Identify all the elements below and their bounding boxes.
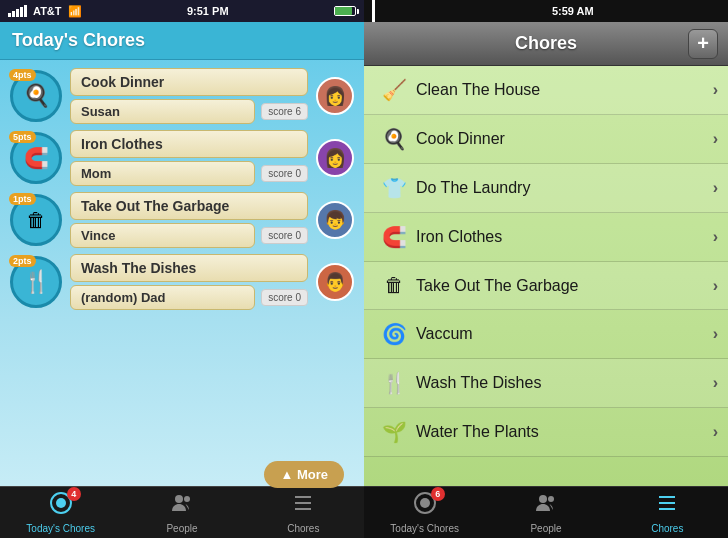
chore-item-iron[interactable]: 5pts 🧲 Iron Clothes Mom score 0 👩	[10, 130, 354, 186]
chore-details-dishes: Wash The Dishes (random) Dad score 0	[70, 254, 308, 310]
right-today-badge: 6	[431, 487, 445, 501]
chevron-iron-clothes: ›	[713, 228, 718, 246]
right-chores-label: Chores	[651, 523, 683, 534]
chore-row-water-plants[interactable]: 🌱 Water The Plants ›	[364, 408, 728, 457]
chore-row-cook-dinner[interactable]: 🍳 Cook Dinner ›	[364, 115, 728, 164]
more-button[interactable]: ▲ More	[264, 461, 344, 488]
left-tab-chores[interactable]: Chores	[243, 487, 364, 538]
battery-icon	[334, 6, 356, 16]
chore-name-iron: Iron Clothes	[70, 130, 308, 158]
vaccum-icon: 🌀	[378, 322, 410, 346]
chore-row-wash-dishes[interactable]: 🍴 Wash The Dishes ›	[364, 359, 728, 408]
avatar-iron: 👩	[316, 139, 354, 177]
left-tab-bar: 4 Today's Chores People Chores	[0, 486, 364, 538]
chevron-do-laundry: ›	[713, 179, 718, 197]
avatar-cook: 👩	[316, 77, 354, 115]
score-iron: score 0	[261, 165, 308, 182]
right-header-title: Chores	[515, 33, 577, 54]
take-garbage-icon: 🗑	[378, 274, 410, 297]
left-header-title: Today's Chores	[12, 30, 145, 50]
chore-person-row-garbage: Vince score 0	[70, 223, 308, 248]
svg-point-3	[184, 496, 190, 502]
left-tab-people[interactable]: People	[121, 487, 242, 538]
fork-icon: 🍴	[23, 269, 50, 295]
cook-icon: 🍳	[23, 83, 50, 109]
right-header: Chores +	[364, 22, 728, 66]
chore-person-garbage: Vince	[70, 223, 255, 248]
right-chores-list: 🧹 Clean The House › 🍳 Cook Dinner › 👕 Do…	[364, 66, 728, 486]
chevron-wash-dishes: ›	[713, 374, 718, 392]
chore-row-iron-clothes[interactable]: 🧲 Iron Clothes ›	[364, 213, 728, 262]
svg-point-1	[56, 498, 66, 508]
pts-badge-iron: 5pts	[9, 131, 36, 143]
pts-badge-dishes: 2pts	[9, 255, 36, 267]
chore-item-garbage[interactable]: 1pts 🗑 Take Out The Garbage Vince score …	[10, 192, 354, 248]
chore-person-row-iron: Mom score 0	[70, 161, 308, 186]
chore-row-clean-house[interactable]: 🧹 Clean The House ›	[364, 66, 728, 115]
chore-row-do-laundry[interactable]: 👕 Do The Laundry ›	[364, 164, 728, 213]
right-today-icon: 6	[413, 491, 437, 521]
left-people-label: People	[166, 523, 197, 534]
chore-row-label-vaccum: Vaccum	[410, 325, 713, 343]
chore-item-cook-dinner[interactable]: 4pts 🍳 Cook Dinner Susan score 6 👩	[10, 68, 354, 124]
right-people-icon	[534, 491, 558, 521]
chevron-clean-house: ›	[713, 81, 718, 99]
chore-person-iron: Mom	[70, 161, 255, 186]
chore-person-row-cook: Susan score 6	[70, 99, 308, 124]
chore-row-vaccum[interactable]: 🌀 Vaccum ›	[364, 310, 728, 359]
left-signal: AT&T 📶	[8, 5, 82, 18]
right-people-label: People	[530, 523, 561, 534]
right-today-label: Today's Chores	[390, 523, 459, 534]
right-time: 5:59 AM	[552, 5, 594, 17]
chore-row-label-do-laundry: Do The Laundry	[410, 179, 713, 197]
left-today-label: Today's Chores	[26, 523, 95, 534]
chore-person-cook: Susan	[70, 99, 255, 124]
chore-item-dishes[interactable]: 2pts 🍴 Wash The Dishes (random) Dad scor…	[10, 254, 354, 310]
pts-badge-garbage: 1pts	[9, 193, 36, 205]
left-panel: AT&T 📶 9:51 PM Today's Chores 4pts 🍳 Coo…	[0, 0, 364, 538]
water-plants-icon: 🌱	[378, 420, 410, 444]
score-garbage: score 0	[261, 227, 308, 244]
left-today-badge: 4	[67, 487, 81, 501]
chore-row-label-clean-house: Clean The House	[410, 81, 713, 99]
people-icon	[170, 491, 194, 521]
chore-row-label-iron-clothes: Iron Clothes	[410, 228, 713, 246]
right-chores-icon	[655, 491, 679, 521]
right-panel: AT&T 📶 5:59 AM Chores + 🧹 Clean The Hous…	[364, 0, 728, 538]
chore-name-garbage: Take Out The Garbage	[70, 192, 308, 220]
chore-name-dishes: Wash The Dishes	[70, 254, 308, 282]
iron-icon: 🧲	[24, 146, 49, 170]
chevron-take-garbage: ›	[713, 277, 718, 295]
right-status-bar: AT&T 📶 5:59 AM	[364, 0, 728, 22]
svg-point-8	[420, 498, 430, 508]
svg-point-10	[548, 496, 554, 502]
left-status-bar: AT&T 📶 9:51 PM	[0, 0, 364, 22]
wifi-icon: 📶	[68, 5, 82, 18]
left-header: Today's Chores	[0, 22, 364, 60]
do-laundry-icon: 👕	[378, 176, 410, 200]
signal-bars-icon	[8, 5, 27, 17]
left-time: 9:51 PM	[187, 5, 229, 17]
chore-row-label-water-plants: Water The Plants	[410, 423, 713, 441]
chore-icon-garbage: 1pts 🗑	[10, 194, 62, 246]
left-carrier: AT&T	[33, 5, 62, 17]
chore-details-garbage: Take Out The Garbage Vince score 0	[70, 192, 308, 248]
iron-clothes-icon: 🧲	[378, 225, 410, 249]
chore-row-label-wash-dishes: Wash The Dishes	[410, 374, 713, 392]
pts-badge-cook: 4pts	[9, 69, 36, 81]
add-chore-button[interactable]: +	[688, 29, 718, 59]
right-tab-people[interactable]: People	[485, 487, 606, 538]
chore-icon-dishes: 2pts 🍴	[10, 256, 62, 308]
chore-name-cook: Cook Dinner	[70, 68, 308, 96]
chore-row-take-garbage[interactable]: 🗑 Take Out The Garbage ›	[364, 262, 728, 310]
left-tab-today[interactable]: 4 Today's Chores	[0, 487, 121, 538]
svg-point-2	[175, 495, 183, 503]
clean-house-icon: 🧹	[378, 78, 410, 102]
right-tab-chores[interactable]: Chores	[607, 487, 728, 538]
right-tab-today[interactable]: 6 Today's Chores	[364, 487, 485, 538]
score-dishes: score 0	[261, 289, 308, 306]
chores-icon-left	[291, 491, 315, 521]
chore-person-row-dishes: (random) Dad score 0	[70, 285, 308, 310]
chevron-cook-dinner: ›	[713, 130, 718, 148]
cook-dinner-icon: 🍳	[378, 127, 410, 151]
